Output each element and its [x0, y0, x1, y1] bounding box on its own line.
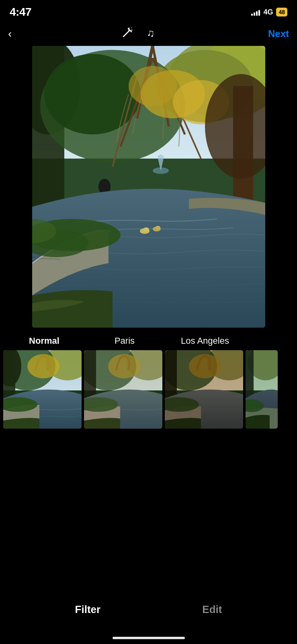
- svg-point-33: [143, 227, 149, 231]
- svg-line-0: [123, 30, 130, 37]
- filter-thumb-paris[interactable]: [84, 350, 162, 429]
- svg-point-35: [156, 226, 160, 229]
- filter-label-la[interactable]: Los Angeles: [165, 336, 245, 346]
- toolbar: ‹ ♫ Next: [0, 22, 297, 46]
- filter-thumbnails: [0, 350, 297, 429]
- filter-thumb-partial[interactable]: [246, 350, 278, 429]
- svg-point-3: [131, 29, 133, 31]
- tab-filter[interactable]: Filter: [75, 603, 101, 616]
- svg-text:♫: ♫: [147, 27, 155, 39]
- svg-point-41: [27, 354, 59, 378]
- svg-point-22: [129, 66, 177, 106]
- battery-indicator: 48: [276, 8, 287, 17]
- main-image: [32, 46, 265, 328]
- filter-thumb-normal[interactable]: [3, 350, 82, 429]
- filter-thumb-la[interactable]: [165, 350, 243, 429]
- back-button[interactable]: ‹: [8, 27, 12, 40]
- main-image-container: [0, 46, 297, 328]
- filter-labels: Normal Paris Los Angeles: [0, 336, 297, 346]
- next-button[interactable]: Next: [268, 28, 289, 39]
- svg-point-14: [44, 54, 141, 134]
- status-time: 4:47: [10, 6, 31, 19]
- network-label: 4G: [263, 8, 273, 17]
- filter-label-partial: [245, 336, 297, 346]
- svg-point-4: [131, 27, 132, 28]
- filter-section: Normal Paris Los Angeles: [0, 328, 297, 433]
- auto-enhance-icon[interactable]: [121, 26, 134, 42]
- svg-point-2: [129, 27, 130, 29]
- signal-icon: [251, 8, 260, 16]
- music-icon[interactable]: ♫: [146, 26, 159, 42]
- battery-level: 48: [279, 9, 285, 15]
- status-right: 4G 48: [251, 8, 287, 17]
- filter-label-paris[interactable]: Paris: [84, 336, 165, 346]
- status-bar: 4:47 4G 48: [0, 0, 297, 22]
- bottom-tabs: Filter Edit: [0, 595, 297, 624]
- tab-edit[interactable]: Edit: [202, 603, 222, 616]
- home-indicator: [113, 637, 185, 639]
- filter-label-normal[interactable]: Normal: [4, 336, 84, 346]
- toolbar-center: ♫: [121, 26, 159, 42]
